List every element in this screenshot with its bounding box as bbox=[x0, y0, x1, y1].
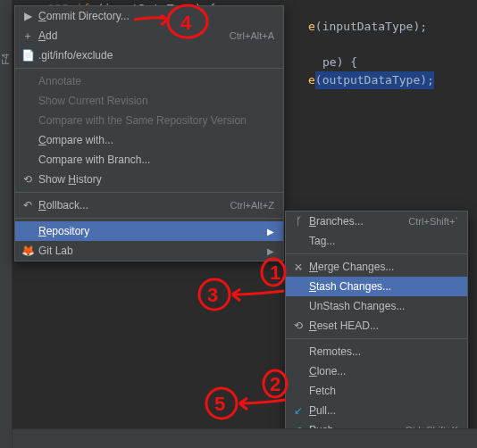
svg-text:2: 2 bbox=[270, 373, 280, 395]
menu-item-label: Add bbox=[37, 29, 230, 42]
▶-icon: ▶ bbox=[19, 10, 37, 22]
repo-menu-branches[interactable]: ᚴBranches...Ctrl+Shift+` bbox=[286, 212, 467, 231]
repo-menu-clone[interactable]: Clone... bbox=[286, 361, 467, 381]
menu-separator bbox=[15, 218, 283, 219]
menu-item-label: Stash Changes... bbox=[307, 280, 458, 293]
repo-menu-pull[interactable]: ↙Pull... bbox=[286, 401, 467, 420]
repository-submenu: ᚴBranches...Ctrl+Shift+`Tag...⤩Merge Cha… bbox=[285, 211, 468, 448]
menu-item-label: Compare with Branch... bbox=[37, 153, 274, 166]
menu-separator bbox=[15, 192, 283, 193]
repo-menu-stash-changes[interactable]: Stash Changes... bbox=[286, 277, 467, 296]
menu-item-label: UnStash Changes... bbox=[307, 300, 458, 312]
svg-text:1: 1 bbox=[270, 261, 280, 284]
menu-item-label: Show History bbox=[37, 173, 274, 186]
🦊-icon: 🦊 bbox=[19, 245, 37, 257]
repo-menu-fetch[interactable]: Fetch bbox=[286, 381, 467, 401]
menu-item-label: Commit Directory... bbox=[37, 10, 274, 22]
repo-menu-merge-changes[interactable]: ⤩Merge Changes... bbox=[286, 257, 467, 277]
＋-icon: ＋ bbox=[19, 29, 37, 44]
vcs-context-menu: ▶Commit Directory...＋AddCtrl+Alt+A📄.git/… bbox=[14, 5, 284, 261]
status-bar bbox=[13, 428, 477, 448]
menu-item-label: .git/info/exclude bbox=[37, 49, 274, 62]
svg-text:5: 5 bbox=[214, 393, 225, 415]
ᚴ-icon: ᚴ bbox=[289, 215, 307, 228]
menu-item-label: Git Lab bbox=[37, 245, 267, 257]
⟲-icon: ⟲ bbox=[19, 173, 37, 186]
menu-separator bbox=[286, 338, 467, 339]
vcs-menu-add[interactable]: ＋AddCtrl+Alt+A bbox=[15, 26, 283, 46]
⟲-icon: ⟲ bbox=[289, 319, 307, 332]
menu-item-label: Compare with... bbox=[37, 134, 274, 146]
shortcut-label: Ctrl+Alt+A bbox=[230, 30, 274, 41]
shortcut-label: Ctrl+Shift+` bbox=[408, 216, 458, 227]
vcs-menu-git-lab[interactable]: 🦊Git Lab▶ bbox=[15, 241, 283, 261]
submenu-arrow-icon: ▶ bbox=[267, 227, 274, 236]
svg-point-4 bbox=[199, 279, 230, 310]
vcs-menu-rollback[interactable]: ↶Rollback...Ctrl+Alt+Z bbox=[15, 195, 283, 215]
vcs-menu-annotate: Annotate bbox=[15, 71, 283, 91]
svg-point-6 bbox=[264, 370, 287, 397]
↙-icon: ↙ bbox=[289, 404, 307, 417]
shortcut-label: Ctrl+Alt+Z bbox=[230, 200, 274, 211]
menu-item-label: Remotes... bbox=[307, 345, 458, 358]
svg-text:3: 3 bbox=[207, 284, 218, 306]
left-gutter: F4 bbox=[0, 0, 13, 448]
menu-item-label: Rollback... bbox=[37, 199, 230, 212]
vcs-menu-show-current-revision: Show Current Revision bbox=[15, 91, 283, 111]
↶-icon: ↶ bbox=[19, 199, 37, 212]
menu-item-label: Show Current Revision bbox=[37, 95, 274, 107]
⤩-icon: ⤩ bbox=[289, 261, 307, 273]
menu-separator bbox=[286, 253, 467, 254]
vcs-menu-compare-with[interactable]: Compare with... bbox=[15, 130, 283, 150]
📄-icon: 📄 bbox=[19, 49, 37, 62]
vcs-menu-compare-with-the-same-repository-version: Compare with the Same Repository Version bbox=[15, 111, 283, 130]
menu-item-label: Merge Changes... bbox=[307, 261, 458, 273]
menu-item-label: Annotate bbox=[37, 75, 274, 87]
submenu-arrow-icon: ▶ bbox=[267, 246, 274, 256]
vcs-menu-repository[interactable]: Repository▶ bbox=[15, 221, 283, 241]
menu-item-label: Compare with the Same Repository Version bbox=[37, 114, 274, 127]
menu-item-label: Repository bbox=[37, 225, 267, 237]
menu-item-label: Clone... bbox=[307, 365, 458, 377]
vcs-menu-compare-with-branch[interactable]: Compare with Branch... bbox=[15, 150, 283, 170]
vcs-menu-git-info-exclude[interactable]: 📄.git/info/exclude bbox=[15, 46, 283, 65]
menu-item-label: Pull... bbox=[307, 404, 458, 417]
repo-menu-reset-head[interactable]: ⟲Reset HEAD... bbox=[286, 316, 467, 336]
menu-separator bbox=[15, 68, 283, 69]
gutter-tab[interactable]: F4 bbox=[0, 54, 11, 65]
repo-menu-tag[interactable]: Tag... bbox=[286, 231, 467, 251]
repo-menu-unstash-changes[interactable]: UnStash Changes... bbox=[286, 296, 467, 316]
vcs-menu-commit-directory[interactable]: ▶Commit Directory... bbox=[15, 6, 283, 26]
svg-point-8 bbox=[206, 388, 237, 419]
repo-menu-remotes[interactable]: Remotes... bbox=[286, 342, 467, 361]
menu-item-label: Tag... bbox=[307, 235, 458, 247]
svg-point-2 bbox=[262, 259, 285, 286]
menu-item-label: Fetch bbox=[307, 385, 458, 397]
menu-item-label: Branches... bbox=[307, 215, 408, 228]
vcs-menu-show-history[interactable]: ⟲Show History bbox=[15, 170, 283, 189]
menu-item-label: Reset HEAD... bbox=[307, 319, 458, 332]
